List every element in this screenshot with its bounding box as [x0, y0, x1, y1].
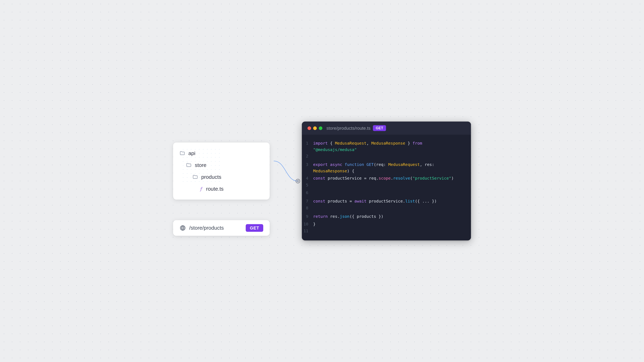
code-content: const productService = req.scope.resolve… — [313, 175, 471, 181]
file-icon-route: ƒ — [199, 187, 203, 191]
tab-filename: store/products/route.ts — [326, 125, 370, 131]
line-number: 2 — [302, 154, 313, 158]
route-badge-left: /store/products — [180, 225, 224, 231]
line-number: 5 — [302, 183, 313, 187]
line-number: 6 — [302, 190, 313, 195]
code-line: 9 return res.json({ products }) — [302, 213, 471, 220]
code-line: 1import { MedusaRequest, MedusaResponse … — [302, 140, 471, 153]
connector-svg — [270, 145, 302, 217]
connector-area — [270, 145, 302, 217]
decorative-dots — [181, 147, 222, 183]
traffic-light-yellow — [313, 126, 317, 130]
code-line: 4 const productService = req.scope.resol… — [302, 175, 471, 182]
editor-body: 1import { MedusaRequest, MedusaResponse … — [302, 135, 471, 241]
traffic-light-green — [319, 126, 322, 130]
code-line: 5 — [302, 182, 471, 190]
code-content: import { MedusaRequest, MedusaResponse }… — [313, 140, 471, 153]
code-line: 7 const products = await productService.… — [302, 198, 471, 205]
code-line: 6 — [302, 190, 471, 198]
code-line: 2 — [302, 153, 471, 161]
code-editor-panel: store/products/route.ts GET 1import { Me… — [302, 122, 471, 241]
traffic-lights — [308, 126, 322, 130]
line-number: 3 — [302, 162, 313, 167]
editor-tab: store/products/route.ts GET — [326, 125, 386, 131]
code-content: return res.json({ products }) — [313, 213, 471, 220]
line-number: 10 — [302, 222, 313, 226]
traffic-light-red — [308, 126, 311, 130]
line-number: 7 — [302, 199, 313, 204]
line-number: 4 — [302, 176, 313, 181]
route-method-badge: GET — [246, 224, 263, 232]
tab-method-badge: GET — [373, 125, 386, 131]
file-tree-item-route[interactable]: ƒ route.ts — [173, 183, 270, 195]
code-line: 11 — [302, 228, 471, 236]
code-line: 8 — [302, 205, 471, 213]
line-number: 11 — [302, 228, 313, 233]
code-content: } — [313, 221, 471, 227]
line-number: 8 — [302, 206, 313, 210]
code-line: 10} — [302, 220, 471, 228]
line-number: 1 — [302, 141, 313, 146]
editor-titlebar: store/products/route.ts GET — [302, 122, 471, 135]
code-line: 3export async function GET(req: MedusaRe… — [302, 161, 471, 175]
code-content: const products = await productService.li… — [313, 198, 471, 204]
line-number: 9 — [302, 214, 313, 219]
globe-icon — [180, 225, 186, 231]
route-badge-panel: /store/products GET — [173, 220, 270, 236]
route-path: /store/products — [189, 225, 224, 231]
code-content: export async function GET(req: MedusaReq… — [313, 161, 471, 174]
file-tree-panel: api store products ƒ route.ts — [173, 142, 270, 200]
file-tree-label-route: route.ts — [206, 186, 224, 192]
